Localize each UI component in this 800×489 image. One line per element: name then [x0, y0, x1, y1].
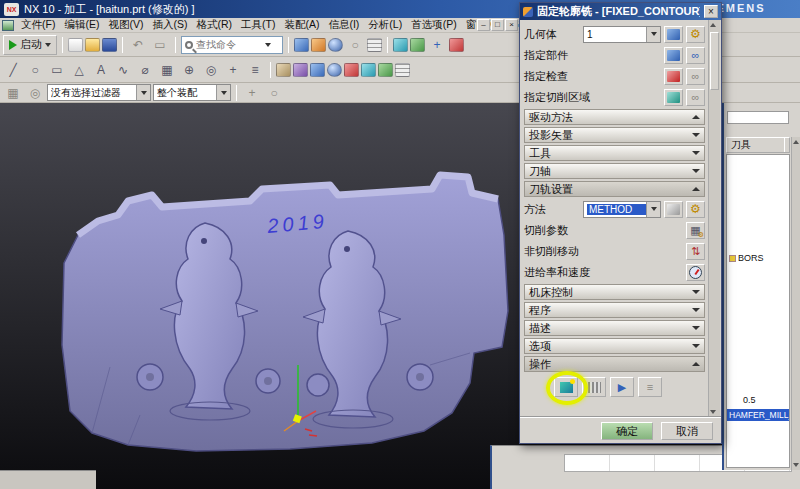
- document-icon[interactable]: [2, 20, 14, 31]
- new-method-button[interactable]: [664, 201, 683, 218]
- new-geometry-button[interactable]: [664, 26, 683, 43]
- menu-preferences[interactable]: 首选项(P): [407, 18, 461, 32]
- point-icon[interactable]: ◎: [201, 61, 221, 79]
- polygon-icon[interactable]: △: [69, 61, 89, 79]
- selection-filter-combo[interactable]: 没有选择过滤器: [47, 84, 151, 101]
- chevron-down-icon[interactable]: [136, 85, 150, 100]
- non-cutting-moves-button[interactable]: ⇅: [686, 243, 705, 260]
- navigator-selected-row[interactable]: HAMFER_MILL_1: [727, 409, 789, 421]
- select-all-icon[interactable]: +: [242, 84, 262, 102]
- dialog-close-button[interactable]: ×: [704, 5, 718, 18]
- chevron-down-icon[interactable]: [216, 85, 230, 100]
- verify-toolpath-button[interactable]: ▶: [610, 377, 634, 397]
- save-icon[interactable]: [102, 38, 117, 52]
- list-toolpath-button[interactable]: ≡: [638, 377, 662, 397]
- navigator-column-header[interactable]: 刀具: [726, 137, 790, 153]
- section-drive-method[interactable]: 驱动方法: [524, 109, 705, 125]
- dialog-scrollbar[interactable]: [708, 20, 720, 417]
- chevron-down-icon[interactable]: [646, 202, 660, 217]
- select-part-button[interactable]: [664, 47, 683, 64]
- doc-close-button[interactable]: ×: [505, 19, 518, 31]
- scroll-up-icon[interactable]: [793, 140, 799, 144]
- edit-method-button[interactable]: ⚙: [686, 201, 705, 218]
- show-hide-icon[interactable]: [294, 38, 309, 52]
- search-input[interactable]: [196, 39, 262, 50]
- menu-file[interactable]: 文件(F): [17, 18, 59, 32]
- window-layout-icon[interactable]: [367, 38, 382, 52]
- mold-block-model[interactable]: 2019: [62, 175, 508, 451]
- select-cut-area-button[interactable]: [664, 89, 683, 106]
- orient-view-icon[interactable]: [311, 38, 326, 52]
- method-combo[interactable]: METHOD: [583, 201, 661, 218]
- pattern-icon[interactable]: ▦: [157, 61, 177, 79]
- section-tool-axis[interactable]: 刀轴: [524, 163, 705, 179]
- selection-scope-combo[interactable]: 整个装配: [153, 84, 231, 101]
- extrude-icon[interactable]: [276, 63, 291, 77]
- feeds-speeds-button[interactable]: [686, 264, 705, 281]
- section-program[interactable]: 程序: [524, 302, 705, 318]
- geometry-combo[interactable]: 1: [583, 26, 661, 43]
- scroll-up-icon[interactable]: [710, 23, 716, 27]
- menu-insert[interactable]: 插入(S): [148, 18, 191, 32]
- diameter-dim-icon[interactable]: ⌀: [135, 61, 155, 79]
- open-file-icon[interactable]: [85, 38, 100, 52]
- new-file-icon[interactable]: [68, 38, 83, 52]
- doc-minimize-button[interactable]: –: [477, 19, 490, 31]
- display-check-button[interactable]: ∞: [686, 68, 705, 85]
- rectangle-icon[interactable]: ▭: [47, 61, 67, 79]
- snap-point-icon[interactable]: ◎: [25, 84, 45, 102]
- wireframe-view-icon[interactable]: ○: [345, 36, 365, 54]
- menu-assemblies[interactable]: 装配(A): [280, 18, 323, 32]
- part-navigator-icon[interactable]: [393, 38, 408, 52]
- scroll-down-icon[interactable]: [793, 463, 799, 467]
- find-command-box[interactable]: [181, 36, 283, 54]
- menu-information[interactable]: 信息(I): [324, 18, 363, 32]
- menu-analysis[interactable]: 分析(L): [364, 18, 406, 32]
- navigator-value-cell[interactable]: 0.5: [743, 395, 756, 405]
- menu-view[interactable]: 视图(V): [104, 18, 147, 32]
- profile-icon[interactable]: ╱: [3, 61, 23, 79]
- chevron-down-icon[interactable]: [646, 27, 660, 42]
- layer-settings-icon[interactable]: [410, 38, 425, 52]
- column-divider[interactable]: [784, 138, 785, 152]
- select-check-button[interactable]: [664, 68, 683, 85]
- undo-icon[interactable]: ↶: [128, 36, 148, 54]
- display-cut-area-button[interactable]: ∞: [686, 89, 705, 106]
- hole-icon[interactable]: [344, 63, 359, 77]
- cancel-button[interactable]: 取消: [661, 422, 713, 440]
- sphere-icon[interactable]: [327, 63, 342, 77]
- menu-tools[interactable]: 工具(T): [237, 18, 279, 32]
- section-description[interactable]: 描述: [524, 320, 705, 336]
- start-menu-button[interactable]: 启动: [3, 35, 57, 55]
- navigator-row[interactable]: BORS: [729, 253, 764, 263]
- chamfer-icon[interactable]: [378, 63, 393, 77]
- delete-icon[interactable]: [449, 38, 464, 52]
- navigator-scrollbar[interactable]: [791, 137, 800, 470]
- shell-icon[interactable]: [361, 63, 376, 77]
- shaded-view-icon[interactable]: [328, 38, 343, 52]
- list-icon[interactable]: ≡: [245, 61, 265, 79]
- menu-format[interactable]: 格式(R): [192, 18, 236, 32]
- move-object-icon[interactable]: +: [427, 36, 447, 54]
- navigator-list[interactable]: BORS 0.5 HAMFER_MILL_1: [726, 154, 790, 468]
- extend-icon[interactable]: +: [223, 61, 243, 79]
- cutting-parameters-button[interactable]: ▦ ⚙: [686, 222, 705, 239]
- highlight-icon[interactable]: ○: [264, 84, 284, 102]
- replay-toolpath-button[interactable]: [582, 377, 606, 397]
- section-projection-vector[interactable]: 投影矢量: [524, 127, 705, 143]
- block-icon[interactable]: [310, 63, 325, 77]
- scroll-down-icon[interactable]: [710, 410, 716, 414]
- scrollbar-thumb[interactable]: [710, 32, 719, 90]
- ok-button[interactable]: 确定: [601, 422, 653, 440]
- section-actions[interactable]: 操作: [524, 356, 705, 372]
- section-path-settings[interactable]: 刀轨设置: [524, 181, 705, 197]
- display-part-button[interactable]: ∞: [686, 47, 705, 64]
- menu-edit[interactable]: 编辑(E): [60, 18, 103, 32]
- filter-icon[interactable]: ▦: [3, 84, 23, 102]
- doc-restore-button[interactable]: □: [491, 19, 504, 31]
- revolve-icon[interactable]: [293, 63, 308, 77]
- text-icon[interactable]: A: [91, 61, 111, 79]
- boolean-icon[interactable]: ⊕: [179, 61, 199, 79]
- section-machine-control[interactable]: 机床控制: [524, 284, 705, 300]
- generate-toolpath-button[interactable]: [554, 377, 578, 397]
